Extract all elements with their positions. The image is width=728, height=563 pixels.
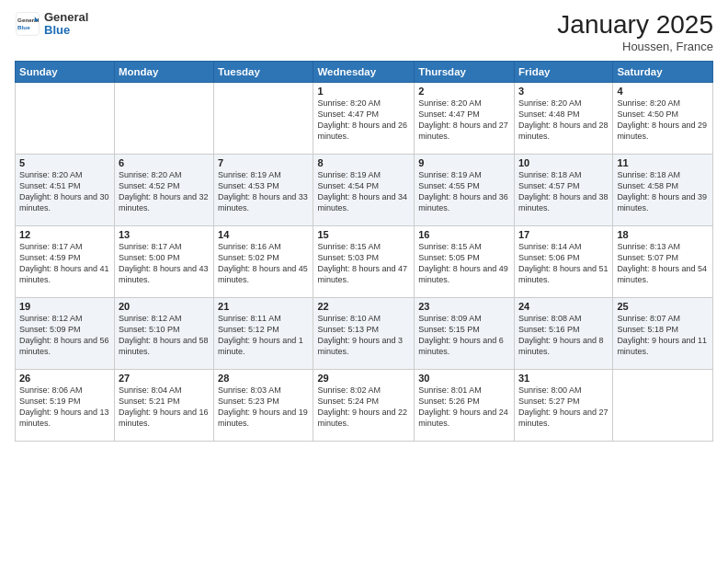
logo: General Blue General Blue: [15, 11, 88, 38]
week-row-1: 1Sunrise: 8:20 AM Sunset: 4:47 PM Daylig…: [16, 82, 713, 154]
day-cell-3-6: 25Sunrise: 8:07 AM Sunset: 5:18 PM Dayli…: [613, 297, 713, 369]
day-cell-3-1: 20Sunrise: 8:12 AM Sunset: 5:10 PM Dayli…: [114, 297, 213, 369]
day-cell-1-0: 5Sunrise: 8:20 AM Sunset: 4:51 PM Daylig…: [16, 154, 115, 225]
day-cell-4-1: 27Sunrise: 8:04 AM Sunset: 5:21 PM Dayli…: [114, 369, 213, 441]
day-cell-0-6: 4Sunrise: 8:20 AM Sunset: 4:50 PM Daylig…: [613, 82, 713, 154]
day-cell-4-5: 31Sunrise: 8:00 AM Sunset: 5:27 PM Dayli…: [514, 369, 612, 441]
day-cell-1-6: 11Sunrise: 8:18 AM Sunset: 4:58 PM Dayli…: [613, 154, 713, 225]
svg-text:Blue: Blue: [17, 25, 30, 31]
month-title: January 2025: [557, 11, 713, 40]
day-info: Sunrise: 8:20 AM Sunset: 4:47 PM Dayligh…: [317, 98, 410, 143]
day-info: Sunrise: 8:09 AM Sunset: 5:15 PM Dayligh…: [418, 313, 510, 358]
day-cell-0-1: [114, 82, 213, 154]
day-number: 20: [119, 301, 210, 312]
day-cell-3-0: 19Sunrise: 8:12 AM Sunset: 5:09 PM Dayli…: [16, 297, 115, 369]
day-info: Sunrise: 8:08 AM Sunset: 5:16 PM Dayligh…: [518, 313, 609, 358]
day-number: 16: [418, 229, 510, 240]
day-cell-2-1: 13Sunrise: 8:17 AM Sunset: 5:00 PM Dayli…: [114, 225, 213, 297]
day-cell-3-5: 24Sunrise: 8:08 AM Sunset: 5:16 PM Dayli…: [514, 297, 612, 369]
day-cell-2-6: 18Sunrise: 8:13 AM Sunset: 5:07 PM Dayli…: [613, 225, 713, 297]
day-number: 19: [19, 301, 110, 312]
logo-text: General Blue: [44, 11, 88, 38]
week-row-4: 19Sunrise: 8:12 AM Sunset: 5:09 PM Dayli…: [16, 297, 713, 369]
day-info: Sunrise: 8:19 AM Sunset: 4:53 PM Dayligh…: [218, 169, 309, 214]
col-friday: Friday: [514, 61, 612, 82]
header: General Blue General Blue January 2025 H…: [15, 11, 713, 53]
day-number: 21: [218, 301, 309, 312]
day-info: Sunrise: 8:12 AM Sunset: 5:10 PM Dayligh…: [119, 313, 210, 358]
day-number: 23: [418, 301, 510, 312]
col-thursday: Thursday: [415, 61, 515, 82]
day-cell-2-5: 17Sunrise: 8:14 AM Sunset: 5:06 PM Dayli…: [514, 225, 612, 297]
day-number: 24: [518, 301, 609, 312]
day-info: Sunrise: 8:00 AM Sunset: 5:27 PM Dayligh…: [518, 385, 609, 430]
day-number: 28: [218, 373, 309, 384]
day-number: 4: [617, 86, 709, 97]
day-info: Sunrise: 8:10 AM Sunset: 5:13 PM Dayligh…: [317, 313, 410, 358]
day-number: 26: [19, 373, 110, 384]
day-cell-4-4: 30Sunrise: 8:01 AM Sunset: 5:26 PM Dayli…: [415, 369, 515, 441]
day-info: Sunrise: 8:07 AM Sunset: 5:18 PM Dayligh…: [617, 313, 709, 358]
day-number: 8: [317, 157, 410, 168]
day-number: 29: [317, 373, 410, 384]
col-wednesday: Wednesday: [313, 61, 415, 82]
day-number: 1: [317, 86, 410, 97]
day-info: Sunrise: 8:17 AM Sunset: 4:59 PM Dayligh…: [19, 241, 110, 286]
day-cell-1-3: 8Sunrise: 8:19 AM Sunset: 4:54 PM Daylig…: [313, 154, 415, 225]
day-number: 15: [317, 229, 410, 240]
day-cell-1-1: 6Sunrise: 8:20 AM Sunset: 4:52 PM Daylig…: [114, 154, 213, 225]
weekday-header-row: Sunday Monday Tuesday Wednesday Thursday…: [16, 61, 713, 82]
day-cell-2-4: 16Sunrise: 8:15 AM Sunset: 5:05 PM Dayli…: [415, 225, 515, 297]
day-number: 12: [19, 229, 110, 240]
day-number: 31: [518, 373, 609, 384]
day-cell-0-3: 1Sunrise: 8:20 AM Sunset: 4:47 PM Daylig…: [313, 82, 415, 154]
logo-blue-text: Blue: [44, 24, 88, 37]
day-info: Sunrise: 8:14 AM Sunset: 5:06 PM Dayligh…: [518, 241, 609, 286]
day-cell-2-2: 14Sunrise: 8:16 AM Sunset: 5:02 PM Dayli…: [214, 225, 313, 297]
day-info: Sunrise: 8:04 AM Sunset: 5:21 PM Dayligh…: [119, 385, 210, 430]
day-number: 18: [617, 229, 709, 240]
day-cell-4-2: 28Sunrise: 8:03 AM Sunset: 5:23 PM Dayli…: [214, 369, 313, 441]
day-info: Sunrise: 8:20 AM Sunset: 4:51 PM Dayligh…: [19, 169, 110, 214]
col-saturday: Saturday: [613, 61, 713, 82]
day-info: Sunrise: 8:01 AM Sunset: 5:26 PM Dayligh…: [418, 385, 510, 430]
calendar-table: Sunday Monday Tuesday Wednesday Thursday…: [15, 61, 713, 442]
day-info: Sunrise: 8:16 AM Sunset: 5:02 PM Dayligh…: [218, 241, 309, 286]
day-cell-1-5: 10Sunrise: 8:18 AM Sunset: 4:57 PM Dayli…: [514, 154, 612, 225]
day-info: Sunrise: 8:03 AM Sunset: 5:23 PM Dayligh…: [218, 385, 309, 430]
day-cell-2-0: 12Sunrise: 8:17 AM Sunset: 4:59 PM Dayli…: [16, 225, 115, 297]
col-monday: Monday: [114, 61, 213, 82]
day-number: 7: [218, 157, 309, 168]
day-info: Sunrise: 8:18 AM Sunset: 4:57 PM Dayligh…: [518, 169, 609, 214]
day-info: Sunrise: 8:12 AM Sunset: 5:09 PM Dayligh…: [19, 313, 110, 358]
col-sunday: Sunday: [16, 61, 115, 82]
logo-icon: General Blue: [15, 11, 40, 37]
day-number: 25: [617, 301, 709, 312]
day-info: Sunrise: 8:20 AM Sunset: 4:47 PM Dayligh…: [418, 98, 510, 143]
title-block: January 2025 Houssen, France: [557, 11, 713, 53]
day-number: 17: [518, 229, 609, 240]
day-cell-0-4: 2Sunrise: 8:20 AM Sunset: 4:47 PM Daylig…: [415, 82, 515, 154]
day-cell-0-2: [214, 82, 313, 154]
day-number: 30: [418, 373, 510, 384]
col-tuesday: Tuesday: [214, 61, 313, 82]
day-number: 10: [518, 157, 609, 168]
day-info: Sunrise: 8:15 AM Sunset: 5:03 PM Dayligh…: [317, 241, 410, 286]
week-row-5: 26Sunrise: 8:06 AM Sunset: 5:19 PM Dayli…: [16, 369, 713, 441]
day-cell-4-6: [613, 369, 713, 441]
day-cell-0-0: [16, 82, 115, 154]
week-row-2: 5Sunrise: 8:20 AM Sunset: 4:51 PM Daylig…: [16, 154, 713, 225]
day-number: 6: [119, 157, 210, 168]
logo-general-text: General: [44, 11, 88, 24]
day-number: 5: [19, 157, 110, 168]
day-info: Sunrise: 8:13 AM Sunset: 5:07 PM Dayligh…: [617, 241, 709, 286]
day-number: 11: [617, 157, 709, 168]
day-info: Sunrise: 8:11 AM Sunset: 5:12 PM Dayligh…: [218, 313, 309, 358]
day-info: Sunrise: 8:20 AM Sunset: 4:48 PM Dayligh…: [518, 98, 609, 143]
day-info: Sunrise: 8:20 AM Sunset: 4:50 PM Dayligh…: [617, 98, 709, 143]
location: Houssen, France: [557, 40, 713, 53]
day-cell-0-5: 3Sunrise: 8:20 AM Sunset: 4:48 PM Daylig…: [514, 82, 612, 154]
day-info: Sunrise: 8:02 AM Sunset: 5:24 PM Dayligh…: [317, 385, 410, 430]
page: General Blue General Blue January 2025 H…: [0, 0, 728, 563]
day-number: 2: [418, 86, 510, 97]
